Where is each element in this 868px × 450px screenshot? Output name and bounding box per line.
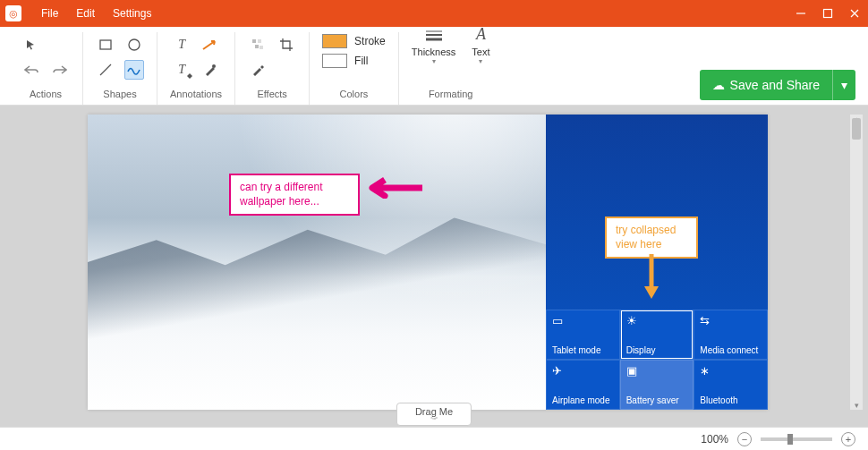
status-bar: 100% − +	[0, 427, 868, 450]
zoom-slider-knob[interactable]	[787, 434, 793, 445]
menu-settings[interactable]: Settings	[104, 7, 160, 20]
screenshot-wallpaper	[88, 115, 546, 410]
zoom-out-button[interactable]: −	[737, 432, 752, 446]
ribbon-label-effects: Effects	[257, 89, 286, 99]
minimize-button[interactable]	[787, 0, 814, 27]
pink-arrow-icon	[363, 177, 426, 199]
fill-swatch[interactable]	[322, 54, 347, 68]
svg-rect-1	[824, 10, 832, 18]
text-tool[interactable]: T	[172, 35, 191, 55]
ribbon-group-effects: Effects	[235, 32, 310, 105]
select-tool[interactable]	[21, 35, 41, 55]
tile-tablet-mode[interactable]: ▭Tablet mode	[546, 310, 620, 360]
scrollbar-thumb[interactable]	[852, 118, 861, 140]
chevron-down-icon: ︾	[415, 417, 453, 422]
rectangle-tool[interactable]	[96, 35, 115, 55]
menu-file[interactable]: File	[32, 7, 67, 20]
ribbon-label-shapes: Shapes	[103, 89, 136, 99]
ribbon-group-formatting: Thickness▾ AText▾ Formating	[399, 32, 503, 105]
ribbon-label-formatting: Formating	[429, 89, 473, 99]
freehand-tool[interactable]	[124, 60, 144, 80]
canvas[interactable]: ▭Tablet mode ☀Display ⇆Media connect ✈Ai…	[88, 115, 768, 410]
tablet-icon: ▭	[552, 314, 614, 327]
airplane-icon: ✈	[552, 364, 614, 378]
tile-battery-saver[interactable]: ▣Battery saver	[620, 360, 694, 410]
bluetooth-icon: ∗	[700, 364, 762, 378]
battery-icon: ▣	[626, 364, 688, 378]
ellipse-tool[interactable]	[124, 35, 144, 55]
drag-me-handle[interactable]: Drag Me ︾	[396, 403, 472, 426]
cloud-icon: ☁	[712, 78, 725, 92]
stroke-label: Stroke	[354, 35, 386, 47]
annotation-pink[interactable]: can try a different wallpaper here...	[229, 174, 360, 216]
eyedropper-tool[interactable]	[248, 60, 268, 80]
svg-rect-4	[100, 40, 111, 49]
work-area: ▭Tablet mode ☀Display ⇆Media connect ✈Ai…	[0, 106, 868, 427]
svg-line-6	[100, 64, 111, 75]
media-connect-icon: ⇆	[700, 314, 762, 327]
redo-button[interactable]	[50, 60, 70, 80]
svg-point-7	[212, 64, 216, 68]
menu-edit[interactable]: Edit	[67, 7, 104, 20]
svg-rect-8	[252, 39, 256, 43]
save-share-button[interactable]: ☁Save and Share ▾	[700, 70, 855, 100]
save-share-dropdown[interactable]: ▾	[832, 70, 855, 100]
tile-media-connect[interactable]: ⇆Media connect	[694, 310, 768, 360]
svg-point-5	[129, 39, 140, 50]
ribbon: Actions Shapes T T Annotations	[0, 27, 868, 106]
ribbon-label-actions: Actions	[30, 89, 62, 99]
tile-airplane-mode[interactable]: ✈Airplane mode	[546, 360, 620, 410]
crop-tool[interactable]	[277, 35, 296, 55]
zoom-value: 100%	[701, 433, 728, 446]
ribbon-label-annotations: Annotations	[170, 89, 222, 99]
zoom-in-button[interactable]: +	[841, 432, 855, 446]
text-format-dropdown[interactable]: AText▾	[472, 25, 489, 65]
stroke-swatch[interactable]	[322, 34, 347, 48]
callout-tool[interactable]: T	[172, 60, 191, 80]
ribbon-group-colors: Stroke Fill Colors	[310, 32, 399, 105]
svg-rect-11	[260, 46, 263, 49]
orange-arrow-icon	[641, 252, 662, 302]
blur-tool[interactable]	[248, 35, 268, 55]
app-icon: ◎	[5, 5, 21, 21]
title-bar: ◎ File Edit Settings	[0, 0, 868, 27]
ribbon-group-shapes: Shapes	[83, 32, 157, 105]
tile-bluetooth[interactable]: ∗Bluetooth	[694, 360, 768, 410]
brightness-icon: ☀	[626, 314, 688, 327]
arrow-tool[interactable]	[200, 35, 220, 55]
window-controls	[787, 0, 868, 27]
svg-rect-10	[255, 45, 259, 48]
fill-label: Fill	[354, 55, 368, 67]
ribbon-label-colors: Colors	[340, 89, 369, 99]
line-tool[interactable]	[96, 60, 115, 80]
zoom-slider[interactable]	[761, 437, 832, 441]
undo-button[interactable]	[21, 60, 41, 80]
close-button[interactable]	[841, 0, 868, 27]
svg-rect-9	[258, 39, 261, 43]
vertical-scrollbar[interactable]: ▴ ▾	[850, 115, 863, 410]
tile-display[interactable]: ☀Display	[620, 310, 694, 360]
ribbon-group-annotations: T T Annotations	[157, 32, 235, 105]
tiles-grid: ▭Tablet mode ☀Display ⇆Media connect ✈Ai…	[546, 310, 768, 410]
thickness-dropdown[interactable]: Thickness▾	[412, 25, 456, 65]
ribbon-group-actions: Actions	[9, 32, 83, 105]
highlighter-tool[interactable]	[200, 60, 220, 80]
maximize-button[interactable]	[814, 0, 841, 27]
